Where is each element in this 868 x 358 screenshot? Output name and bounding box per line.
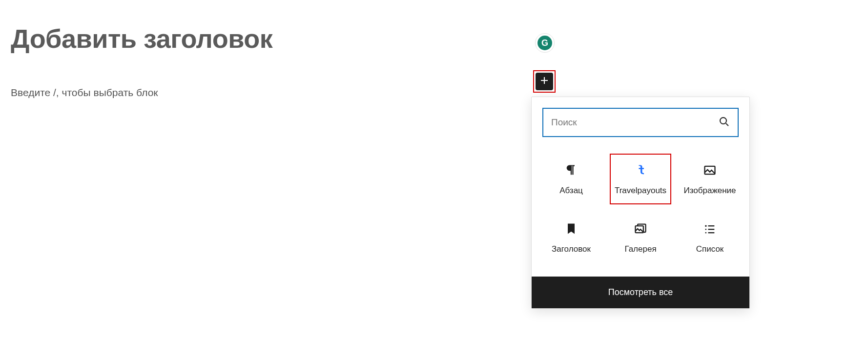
block-label: Изображение bbox=[683, 186, 736, 196]
svg-line-1 bbox=[726, 123, 728, 126]
add-block-highlight bbox=[533, 70, 556, 93]
svg-rect-5 bbox=[708, 225, 715, 226]
image-icon bbox=[702, 162, 718, 178]
search-icon bbox=[718, 116, 730, 129]
bookmark-icon bbox=[563, 221, 579, 237]
svg-rect-7 bbox=[708, 229, 715, 230]
list-icon bbox=[702, 221, 718, 237]
block-list[interactable]: Список bbox=[675, 208, 744, 267]
post-body-input[interactable]: Введите /, чтобы выбрать блок bbox=[11, 87, 499, 99]
block-image[interactable]: Изображение bbox=[675, 150, 744, 208]
block-label: Список bbox=[696, 244, 724, 254]
block-label: Заголовок bbox=[552, 244, 591, 254]
pilcrow-icon bbox=[563, 162, 579, 178]
search-wrapper bbox=[532, 97, 749, 145]
plus-icon bbox=[538, 75, 550, 88]
block-label: Галерея bbox=[624, 244, 656, 254]
svg-rect-9 bbox=[708, 232, 715, 233]
block-gallery[interactable]: Галерея bbox=[606, 208, 675, 267]
post-title-input[interactable]: Добавить заголовок bbox=[11, 23, 499, 54]
svg-point-4 bbox=[705, 225, 707, 227]
svg-rect-8 bbox=[705, 232, 706, 233]
search-input[interactable] bbox=[551, 117, 718, 128]
add-block-button[interactable] bbox=[536, 73, 553, 90]
block-inserter-popover: Абзац Travelpayouts Изображение Заголово… bbox=[531, 97, 750, 309]
block-label: Абзац bbox=[559, 186, 583, 196]
block-paragraph[interactable]: Абзац bbox=[537, 150, 606, 208]
gallery-icon bbox=[633, 221, 648, 237]
svg-rect-6 bbox=[705, 229, 706, 230]
travelpayouts-icon bbox=[633, 162, 648, 178]
browse-all-button[interactable]: Посмотреть все bbox=[532, 277, 749, 308]
editor-canvas: Добавить заголовок Введите /, чтобы выбр… bbox=[11, 23, 499, 99]
grammarly-badge[interactable]: G bbox=[535, 33, 555, 53]
block-travelpayouts[interactable]: Travelpayouts bbox=[606, 150, 675, 208]
grammarly-icon: G bbox=[537, 36, 552, 50]
block-label: Travelpayouts bbox=[615, 186, 666, 196]
svg-point-0 bbox=[720, 118, 726, 124]
block-heading[interactable]: Заголовок bbox=[537, 208, 606, 267]
blocks-grid: Абзац Travelpayouts Изображение Заголово… bbox=[532, 145, 749, 277]
search-box bbox=[542, 108, 739, 137]
